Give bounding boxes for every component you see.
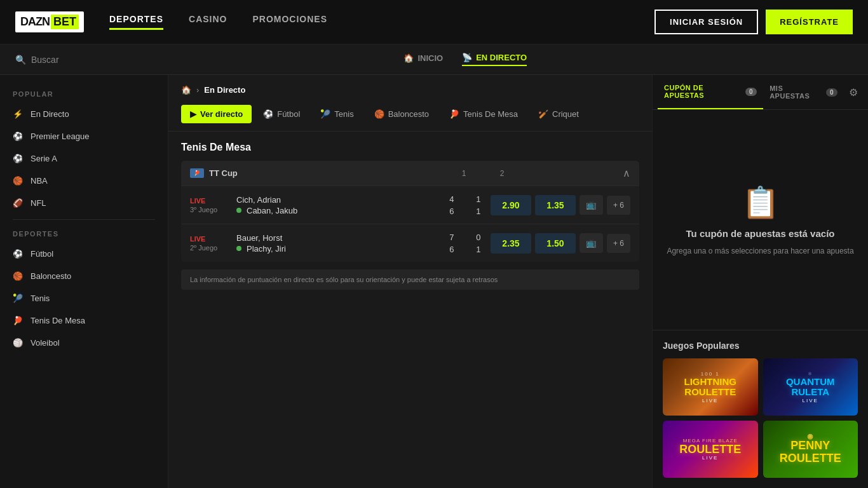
mis-badge: 0 bbox=[826, 88, 837, 97]
game-card-penny[interactable]: 🪙 PENNYROULETTE bbox=[763, 421, 858, 478]
score-2a-p1: 7 bbox=[446, 233, 458, 242]
sport-tabs: ▶ Ver directo ⚽ Fútbol 🎾 Tenis 🏀 Balonce… bbox=[168, 105, 652, 132]
sidebar-item-premier-league[interactable]: ⚽ Premier League bbox=[0, 125, 168, 147]
sidebar: POPULAR ⚡ En Directo ⚽ Premier League ⚽ … bbox=[0, 75, 168, 488]
bet-tab-coupon[interactable]: CUPÓN DE APUESTAS 0 bbox=[658, 75, 763, 109]
logo-bet: BET bbox=[51, 15, 79, 29]
bet-settings-icon[interactable]: ⚙ bbox=[844, 78, 863, 107]
nav-link-casino[interactable]: CASINO bbox=[189, 14, 227, 30]
score-1a-p2: 6 bbox=[446, 207, 458, 216]
tab-tenis[interactable]: 🎾 Tenis bbox=[311, 105, 362, 123]
serie-a-icon: ⚽ bbox=[13, 154, 23, 163]
futbol-icon: ⚽ bbox=[13, 249, 23, 259]
odd-2-btn1[interactable]: 2.35 bbox=[491, 233, 531, 254]
tab-tenis-mesa[interactable]: 🏓 Tenis De Mesa bbox=[440, 105, 527, 123]
col-header-1: 1 bbox=[445, 169, 483, 178]
nfl-icon: 🏈 bbox=[13, 198, 23, 208]
secondary-nav: 🔍 Buscar 🏠 INICIO 📡 EN DIRECTO bbox=[0, 44, 868, 75]
group-chevron[interactable]: ∧ bbox=[623, 167, 630, 179]
match-status-2: LIVE 2º Juego bbox=[190, 235, 231, 252]
live-badge-1: LIVE bbox=[190, 197, 231, 205]
tab-baloncesto[interactable]: 🏀 Baloncesto bbox=[365, 105, 438, 123]
play-icon: ▶ bbox=[190, 109, 196, 119]
sidebar-item-baloncesto[interactable]: 🏀 Baloncesto bbox=[0, 265, 168, 287]
baloncesto-tab-icon: 🏀 bbox=[374, 109, 384, 119]
nba-label: NBA bbox=[31, 176, 48, 186]
lightning-overlay: 100 1 LIGHTNINGROULETTE LIVE bbox=[663, 358, 758, 416]
voleibol-label: Voleibol bbox=[31, 338, 60, 348]
game-card-quantum[interactable]: ⚛ QUANTUMRULETA LIVE bbox=[763, 358, 858, 416]
sidebar-item-nfl[interactable]: 🏈 NFL bbox=[0, 192, 168, 214]
sidebar-item-voleibol[interactable]: 🏐 Voleibol bbox=[0, 332, 168, 354]
coupon-badge: 0 bbox=[745, 88, 757, 96]
bet-empty-subtitle: Agrega una o más selecciones para hacer … bbox=[667, 247, 853, 255]
breadcrumb-home-icon[interactable]: 🏠 bbox=[181, 85, 191, 95]
criquet-tab-icon: 🏏 bbox=[538, 109, 548, 119]
register-button[interactable]: REGÍSTRATE bbox=[766, 10, 853, 34]
more-btn-2[interactable]: + 6 bbox=[607, 234, 630, 253]
match-status-1: LIVE 3º Juego bbox=[190, 197, 231, 214]
scores-1: 4 6 1 1 bbox=[446, 194, 484, 216]
nba-icon: 🏀 bbox=[13, 176, 23, 186]
table-row: LIVE 2º Juego Bauer, Horst Plachy, Jiri bbox=[181, 224, 639, 262]
sidebar-item-nba[interactable]: 🏀 NBA bbox=[0, 170, 168, 192]
serving-dot-1 bbox=[236, 208, 241, 213]
sidebar-item-tenis-mesa[interactable]: 🏓 Tenis De Mesa bbox=[0, 309, 168, 332]
sidebar-item-futbol[interactable]: ⚽ Fútbol bbox=[0, 243, 168, 265]
match-players-1: Cich, Adrian Caban, Jakub bbox=[231, 194, 446, 217]
game-card-lightning[interactable]: 100 1 LIGHTNINGROULETTE LIVE bbox=[663, 358, 758, 416]
tv-icon-1[interactable]: 📺 bbox=[580, 195, 603, 215]
tv-icon-2[interactable]: 📺 bbox=[580, 233, 603, 253]
odd-1-btn2[interactable]: 1.35 bbox=[535, 195, 576, 215]
search-box[interactable]: 🔍 Buscar bbox=[15, 55, 59, 65]
baloncesto-label: Baloncesto bbox=[31, 271, 71, 281]
player-2a-name: Bauer, Horst bbox=[236, 233, 282, 243]
more-btn-1[interactable]: + 6 bbox=[607, 196, 630, 215]
tab-futbol[interactable]: ⚽ Fútbol bbox=[254, 105, 309, 123]
login-button[interactable]: INICIAR SESIÓN bbox=[654, 10, 758, 34]
inicio-label: INICIO bbox=[417, 53, 443, 63]
tenis-mesa-label: Tenis De Mesa bbox=[31, 316, 85, 325]
baloncesto-icon: 🏀 bbox=[13, 271, 23, 281]
match-table: 🏓 TT Cup 1 2 ∧ LIVE 3º Juego Cich, Adria… bbox=[181, 161, 639, 262]
bet-tab-mis[interactable]: MIS APUESTAS 0 bbox=[763, 76, 844, 109]
group-header: 🏓 TT Cup 1 2 ∧ bbox=[181, 161, 639, 186]
game-card-mega[interactable]: MEGA FIRE BLAZE ROULETTE LIVE bbox=[663, 421, 758, 478]
bet-empty: 📋 Tu cupón de apuestas está vacío Agrega… bbox=[653, 110, 868, 330]
tenis-mesa-tab-icon: 🏓 bbox=[449, 109, 459, 119]
player-row-1a: Cich, Adrian bbox=[236, 195, 441, 205]
nav-link-deportes[interactable]: DEPORTES bbox=[109, 14, 163, 30]
sidebar-item-serie-a[interactable]: ⚽ Serie A bbox=[0, 147, 168, 170]
sidebar-divider bbox=[13, 219, 155, 220]
score-1a-p1: 4 bbox=[446, 194, 458, 204]
sec-nav-en-directo[interactable]: 📡 EN DIRECTO bbox=[462, 53, 527, 66]
sidebar-item-en-directo[interactable]: ⚡ En Directo bbox=[0, 103, 168, 125]
logo[interactable]: DAZN BET bbox=[15, 11, 84, 32]
nav-right: INICIAR SESIÓN REGÍSTRATE bbox=[654, 10, 853, 34]
player-row-2b: Plachy, Jiri bbox=[236, 244, 441, 254]
odd-1-btn1[interactable]: 2.90 bbox=[491, 195, 531, 215]
deportes-section-label: DEPORTES bbox=[0, 225, 168, 243]
search-placeholder: Buscar bbox=[31, 55, 59, 65]
breadcrumb: 🏠 › En Directo bbox=[168, 75, 652, 105]
popular-section-label: POPULAR bbox=[0, 85, 168, 103]
en-directo-label: EN DIRECTO bbox=[476, 53, 527, 62]
sidebar-item-tenis[interactable]: 🎾 Tenis bbox=[0, 287, 168, 309]
score-2b-p2: 1 bbox=[473, 245, 484, 254]
games-grid: 100 1 LIGHTNINGROULETTE LIVE ⚛ QUANTUMRU… bbox=[663, 358, 858, 478]
tab-criquet[interactable]: 🏏 Criquet bbox=[529, 105, 588, 123]
serving-dot-2 bbox=[236, 246, 241, 251]
tab-ver-directo[interactable]: ▶ Ver directo bbox=[181, 105, 252, 123]
nav-links: DEPORTES CASINO PROMOCIONES bbox=[109, 14, 629, 30]
nav-link-promociones[interactable]: PROMOCIONES bbox=[252, 14, 327, 30]
sec-nav-inicio[interactable]: 🏠 INICIO bbox=[403, 53, 443, 66]
odd-2-btn2[interactable]: 1.50 bbox=[535, 233, 576, 254]
score-col-1b: 1 1 bbox=[473, 194, 484, 216]
en-directo-sidebar-label: En Directo bbox=[31, 109, 69, 119]
futbol-tab-icon: ⚽ bbox=[263, 109, 273, 119]
sec-nav-links: 🏠 INICIO 📡 EN DIRECTO bbox=[403, 53, 527, 66]
table-section: Tenis De Mesa 🏓 TT Cup 1 2 ∧ LIVE 3º Jue… bbox=[168, 132, 652, 300]
tenis-icon: 🎾 bbox=[13, 294, 23, 303]
serie-a-label: Serie A bbox=[31, 154, 57, 163]
popular-games: Juegos Populares 100 1 LIGHTNINGROULETTE… bbox=[653, 330, 868, 488]
